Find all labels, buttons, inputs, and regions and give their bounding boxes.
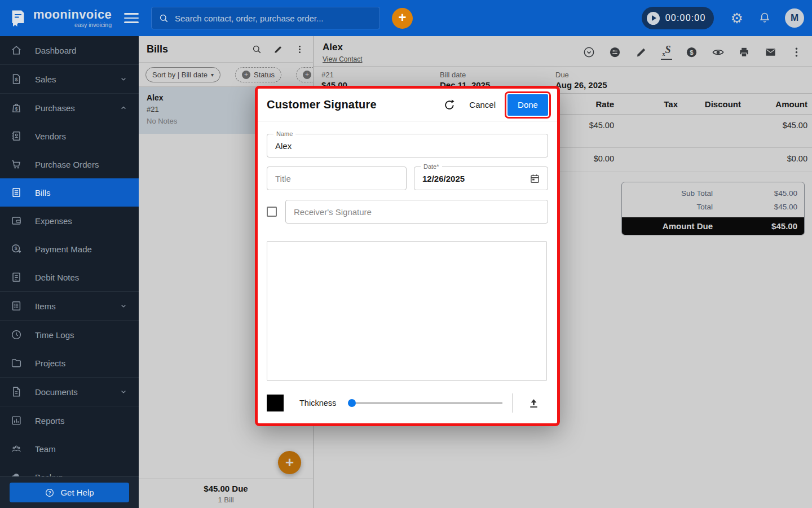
get-help-label: Get Help: [60, 488, 94, 497]
date-input[interactable]: [414, 174, 529, 183]
document-icon: [10, 386, 23, 398]
date-field-label: Date*: [421, 163, 442, 170]
sidebar-item-label: Purchase Orders: [35, 160, 99, 169]
shopping-bag-icon: [10, 102, 23, 114]
modal-title: Customer Signature: [267, 98, 377, 111]
question-icon: [45, 488, 55, 498]
sidebar-item-purchase-orders[interactable]: Purchase Orders: [0, 150, 139, 178]
customer-signature-modal: Customer Signature Cancel Done Name Date…: [255, 86, 560, 426]
sidebar-item-payment-made[interactable]: Payment Made: [0, 235, 139, 263]
sidebar-item-items[interactable]: Items: [0, 292, 139, 320]
chevron-down-icon: [118, 301, 129, 311]
people-icon: [10, 443, 23, 455]
calendar-icon[interactable]: [529, 173, 541, 185]
invoice-logo-icon: [8, 8, 28, 28]
play-icon[interactable]: [647, 12, 660, 25]
topbar: mooninvoice easy invoicing + 00:00:00 ⚙ …: [0, 0, 812, 36]
bar-chart-icon: [10, 414, 23, 427]
sidebar-item-documents[interactable]: Documents: [0, 378, 139, 406]
sidebar-item-label: Expenses: [35, 216, 72, 226]
chevron-down-icon: [118, 74, 129, 84]
sales-doc-icon: [10, 73, 23, 85]
name-input[interactable]: [267, 141, 548, 151]
timer-value: 00:00:00: [665, 13, 706, 23]
get-help-button[interactable]: Get Help: [10, 483, 129, 502]
modal-header: Customer Signature Cancel Done: [258, 89, 557, 121]
brand-tagline: easy invoicing: [33, 22, 112, 28]
cancel-button[interactable]: Cancel: [469, 100, 496, 110]
sidebar-item-label: Payment Made: [35, 244, 92, 254]
sidebar-item-purchases[interactable]: Purchases: [0, 94, 139, 122]
sidebar-item-label: Bills: [35, 188, 51, 198]
sidebar-item-label: Documents: [35, 387, 78, 397]
done-button[interactable]: Done: [508, 94, 548, 116]
sidebar-item-team[interactable]: Team: [0, 435, 139, 463]
hamburger-menu-icon[interactable]: [124, 13, 139, 23]
date-field: Date*: [414, 167, 548, 190]
title-input[interactable]: [267, 174, 406, 183]
chevron-down-icon: [118, 387, 129, 397]
thickness-slider[interactable]: [348, 399, 502, 407]
avatar-initial: M: [791, 12, 798, 24]
timer-widget[interactable]: 00:00:00: [642, 7, 714, 29]
sidebar-item-debit-notes[interactable]: Debit Notes: [0, 263, 139, 291]
search-icon: [158, 13, 169, 24]
bell-icon[interactable]: [758, 11, 771, 25]
slider-thumb[interactable]: [348, 399, 356, 407]
sidebar-item-expenses[interactable]: Expenses: [0, 207, 139, 235]
gear-icon[interactable]: ⚙: [731, 11, 743, 25]
sidebar-item-projects[interactable]: Projects: [0, 349, 139, 377]
brand-logo[interactable]: mooninvoice easy invoicing: [8, 8, 112, 28]
sidebar-item-reports[interactable]: Reports: [0, 406, 139, 435]
sidebar-item-label: Items: [35, 301, 56, 311]
sidebar-item-label: Sales: [35, 75, 56, 84]
debit-note-icon: [10, 271, 23, 283]
receiver-signature-checkbox[interactable]: [267, 207, 277, 217]
home-icon: [10, 44, 23, 56]
sidebar-item-label: Time Logs: [35, 330, 74, 340]
color-swatch[interactable]: [267, 395, 284, 411]
sidebar-item-vendors[interactable]: Vendors: [0, 122, 139, 150]
items-list-icon: [10, 300, 23, 312]
help-panel: Get Help: [0, 476, 139, 508]
divider: [512, 393, 513, 413]
slider-track: [348, 402, 502, 404]
global-search-input[interactable]: [175, 14, 373, 23]
wallet-icon: [10, 214, 23, 227]
name-field: Name: [267, 134, 548, 157]
cart-icon: [10, 158, 23, 170]
address-book-icon: [10, 130, 23, 142]
receiver-signature-field: [285, 200, 548, 224]
sidebar-item-sales[interactable]: Sales: [0, 65, 139, 93]
sidebar-item-time-logs[interactable]: Time Logs: [0, 321, 139, 349]
sidebar-item-label: Debit Notes: [35, 273, 79, 282]
refresh-icon[interactable]: [443, 99, 456, 111]
sidebar-item-label: Purchases: [35, 103, 75, 113]
sidebar-item-label: Vendors: [35, 132, 66, 141]
sidebar-item-dashboard[interactable]: Dashboard: [0, 36, 139, 64]
sidebar: Dashboard Sales Purchases Vendors Purcha…: [0, 36, 139, 508]
sidebar-item-label: Team: [35, 444, 56, 454]
signature-canvas[interactable]: [267, 241, 547, 381]
bill-document-icon: [10, 186, 23, 199]
global-search[interactable]: [151, 7, 380, 29]
thickness-label: Thickness: [299, 398, 336, 408]
title-field: [267, 167, 407, 190]
sidebar-item-bills[interactable]: Bills: [0, 178, 139, 207]
receiver-signature-input[interactable]: [286, 207, 548, 217]
clock-icon: [10, 329, 23, 341]
upload-icon[interactable]: [527, 397, 540, 410]
brand-name: mooninvoice: [33, 8, 112, 21]
sidebar-item-label: Projects: [35, 358, 65, 368]
quick-add-button[interactable]: +: [392, 8, 413, 29]
folder-icon: [10, 357, 23, 369]
avatar[interactable]: M: [785, 8, 804, 28]
name-field-label: Name: [273, 130, 295, 137]
coin-arrow-icon: [10, 243, 23, 255]
sidebar-item-label: Dashboard: [35, 46, 76, 55]
chevron-up-icon: [118, 103, 129, 113]
sidebar-item-label: Reports: [35, 416, 65, 426]
